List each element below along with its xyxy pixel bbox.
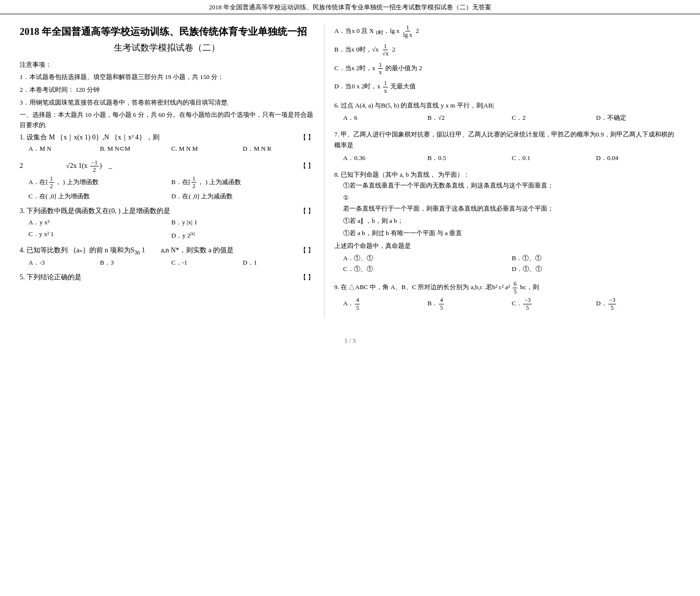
q9-opt-a: A．45 — [343, 297, 428, 311]
question-7: 7. 甲、乙两人进行中国象棋对抗赛，据以往甲、乙两人比赛的记录统计发现，甲胜乙的… — [334, 129, 680, 163]
q6-opt-b: B．√2 — [428, 112, 512, 123]
q8-opt-a: A．①、① — [343, 253, 512, 264]
right-column: A．当x 0 且 X 1时，lg x 1lg x 2 B．当x 0时，√x 1√… — [324, 24, 680, 317]
notice-title: 注意事项： — [20, 60, 314, 69]
notice-3: 3．用钢笔或圆珠笔直接答在试题卷中，答卷前将密封线内的项目填写清楚. — [20, 98, 314, 108]
question-3: 3. 下列函数中既是偶函数又在(0, ) 上是增函数的是 【 】 A．y x³ … — [20, 207, 314, 242]
left-column: 2018 年全国普通高等学校运动训练、民族传统体育专业单独统一招 生考试数学模拟… — [20, 24, 324, 317]
q8-sub1: ①若一条直线垂直于一个平面内无数条直线，则这条直线与这个平面垂直； — [343, 180, 680, 191]
q1-opt-a: A．M N — [28, 143, 100, 154]
q1-options: A．M N B. M N⊂M C. M N M D．M N R — [28, 143, 314, 154]
q1-bracket: 【 】 — [300, 133, 314, 142]
notice-4: 一、选择题：本大题共 10 小题，每小题 6 分，共 60 分。在每小题给出的四… — [20, 110, 314, 131]
q5-right-options: A．当x 0 且 X 1时，lg x 1lg x 2 B．当x 0时，√x 1√… — [334, 24, 680, 94]
q8-opt-d: D．①、① — [512, 264, 681, 274]
q6-opt-d: D．不确定 — [596, 112, 680, 123]
q7-opt-b: B．0.5 — [428, 153, 512, 163]
q3-bracket: 【 】 — [300, 207, 314, 216]
q3-stem: 3. 下列函数中既是偶函数又在(0, ) 上是增函数的是 — [20, 207, 300, 216]
q5-stem: 5. 下列结论正确的是 — [20, 273, 300, 282]
question-5: 5. 下列结论正确的是 【 】 — [20, 273, 314, 282]
q8-sub4: ①若 a b，则过 b 有唯一一个平面 与 a 垂直 — [343, 228, 680, 239]
q3-opt-c: C．y x² 1 — [28, 229, 171, 241]
q6-opt-a: A．6 — [343, 112, 428, 123]
q9-opt-d: D．−35 — [596, 297, 680, 311]
page-footer: 1 / 3 — [0, 337, 700, 345]
q8-opt-b: B．①、① — [512, 253, 681, 264]
q7-opt-a: A．0.36 — [343, 153, 428, 163]
question-9: 9. 在 △ABC 中，角 A、B、C 所对边的长分别为 a,b,c .若b² … — [334, 280, 680, 311]
question-2: 2 √2x 1(x −12) _ 【 】 A．在[ 12， ) 上为增函数 B．… — [20, 159, 314, 202]
question-1: 1. 设集合 M ｛x｜x(x 1) 0｝,N ｛x｜x² 4｝，则 【 】 A… — [20, 133, 314, 154]
q7-opt-d: D．0.04 — [596, 153, 680, 163]
q9-options: A．45 B．45 C．−35 D．−35 — [343, 297, 680, 311]
q6-stem: 6. 过点 A(4, a) 与B(5, b) 的直线与直线 y x m 平行，则… — [334, 100, 680, 111]
q8-options: A．①、① B．①、① C．①、① D．①、① — [343, 253, 680, 274]
q4-opt-c: C．-1 — [171, 257, 243, 268]
q4-opt-d: D．1 — [243, 257, 315, 268]
q8-stem2: 上述四个命题中，真命题是 — [334, 241, 680, 251]
q6-opt-c: C．2 — [512, 112, 596, 123]
q3-opt-a: A．y x³ — [28, 217, 171, 228]
question-8: 8. 已知下列命题（其中 a, b 为直线， 为平面）： ①若一条直线垂直于一个… — [334, 169, 680, 275]
q2-stem: 2 √2x 1(x −12) _ — [20, 159, 300, 174]
q2-opt-d: D．在( ,0] 上为减函数 — [171, 191, 314, 202]
q5-opt-a: A．当x 0 且 X 1时，lg x 1lg x 2 — [334, 24, 680, 39]
q3-opt-b: B．y |x| 1 — [171, 217, 314, 228]
top-title: 2018 年全国普通高等学校运动训练、民族传统体育专业单独统一招生考试数学模拟试… — [0, 0, 700, 14]
q2-opt-c: C．在( ,0] 上为增函数 — [28, 191, 171, 202]
q7-opt-c: C．0.1 — [512, 153, 596, 163]
q8-stem: 8. 已知下列命题（其中 a, b 为直线， 为平面）： — [334, 169, 680, 180]
q3-opt-d: D．y 2|x| — [171, 229, 314, 241]
q3-options: A．y x³ B．y |x| 1 C．y x² 1 D．y 2|x| — [28, 217, 314, 242]
q5-opt-d: D．当0 x 2时，x 1x 无最大值 — [334, 80, 680, 94]
q7-options: A．0.36 B．0.5 C．0.1 D．0.04 — [343, 153, 680, 163]
q5-bracket: 【 】 — [300, 273, 314, 282]
q5-opt-b: B．当x 0时，√x 1√x 2 — [334, 43, 680, 57]
doc-title: 2018 年全国普通高等学校运动训练、民族传统体育专业单独统一招 — [20, 24, 314, 39]
q4-bracket: 【 】 — [300, 246, 314, 255]
q1-opt-c: C. M N M — [171, 143, 243, 154]
q4-stem: 4. 已知等比数列 ｛aₙ｝的前 n 项和为S3n 1 a,n N*，则实数 a… — [20, 246, 300, 256]
q2-bracket: 【 】 — [300, 162, 314, 170]
q8-sub3: ①若 a∥ ，b，则 a b； — [343, 216, 680, 226]
q5-opt-c: C．当x 2时，x 1x 的最小值为 2 — [334, 61, 680, 76]
q9-opt-b: B．45 — [428, 297, 512, 311]
q1-stem: 1. 设集合 M ｛x｜x(x 1) 0｝,N ｛x｜x² 4｝，则 — [20, 133, 300, 142]
notice-2: 2．本卷考试时间： 120 分钟 — [20, 85, 314, 95]
q9-opt-c: C．−35 — [512, 297, 596, 311]
question-4: 4. 已知等比数列 ｛aₙ｝的前 n 项和为S3n 1 a,n N*，则实数 a… — [20, 246, 314, 268]
q2-opt-b: B．在[12， ) 上为减函数 — [171, 175, 314, 190]
q6-options: A．6 B．√2 C．2 D．不确定 — [343, 112, 680, 123]
q4-opt-a: A．-3 — [28, 257, 100, 268]
q4-opt-b: B．3 — [100, 257, 172, 268]
q9-stem: 9. 在 △ABC 中，角 A、B、C 所对边的长分别为 a,b,c .若b² … — [334, 280, 680, 295]
doc-subtitle: 生考试数学模拟试卷（二） — [20, 42, 314, 54]
q1-opt-b: B. M N⊂M — [100, 143, 172, 154]
q4-options: A．-3 B．3 C．-1 D．1 — [28, 257, 314, 268]
q8-opt-c: C．①、① — [343, 264, 512, 274]
q2-options: A．在[ 12， ) 上为增函数 B．在[12， ) 上为减函数 C．在( ,0… — [28, 175, 314, 202]
q1-opt-d: D．M N R — [243, 143, 315, 154]
question-6: 6. 过点 A(4, a) 与B(5, b) 的直线与直线 y x m 平行，则… — [334, 100, 680, 123]
q2-opt-a: A．在[ 12， ) 上为增函数 — [28, 175, 171, 190]
notice-1: 1．本试题卷包括选择题、填空题和解答题三部分共 19 小题，共 150 分； — [20, 72, 314, 82]
q8-sub2: ①若一条直线平行于一个平面，则垂直于这条直线的直线必垂直与这个平面； — [343, 192, 680, 214]
q7-stem: 7. 甲、乙两人进行中国象棋对抗赛，据以往甲、乙两人比赛的记录统计发现，甲胜乙的… — [334, 129, 680, 151]
